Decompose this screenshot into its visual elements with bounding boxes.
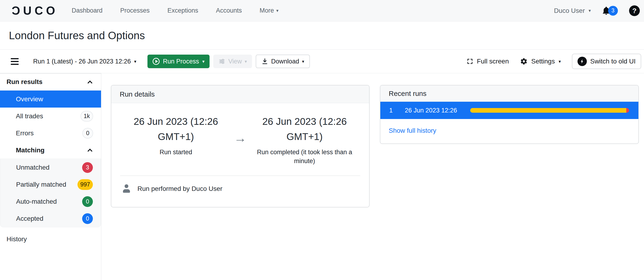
user-name: Duco User bbox=[554, 7, 585, 14]
full-screen-button[interactable]: Full screen bbox=[467, 58, 509, 65]
sidebar: Run results Overview All trades 1k Error… bbox=[0, 73, 101, 280]
nav-processes[interactable]: Processes bbox=[120, 7, 150, 14]
sidebar-item-accepted[interactable]: Accepted 0 bbox=[0, 210, 101, 227]
sidebar-item-history[interactable]: History bbox=[0, 230, 101, 248]
play-icon bbox=[152, 58, 160, 65]
title-bar: London Futures and Options bbox=[0, 22, 644, 50]
sidebar-item-errors[interactable]: Errors 0 bbox=[0, 124, 101, 142]
caret-down-icon: ▾ bbox=[134, 59, 136, 64]
view-button[interactable]: View ▾ bbox=[213, 54, 252, 68]
run-details-header: Run details bbox=[111, 86, 369, 103]
user-menu[interactable]: Duco User ▾ bbox=[554, 7, 591, 14]
run-selector-dropdown[interactable]: Run 1 (Latest) - 26 Jun 2023 12:26 ▾ bbox=[33, 58, 136, 65]
download-icon bbox=[261, 58, 268, 65]
accepted-count-badge: 0 bbox=[82, 213, 93, 224]
auto-matched-label: Auto-matched bbox=[16, 198, 57, 205]
sidebar-item-overview[interactable]: Overview bbox=[0, 90, 101, 108]
all-trades-count-badge: 1k bbox=[80, 111, 93, 122]
menu-toggle-button[interactable] bbox=[11, 58, 19, 65]
sidebar-item-partially-matched[interactable]: Partially matched 997 bbox=[0, 176, 101, 193]
run-completed-caption: Run completed (it took less than a minut… bbox=[251, 148, 359, 166]
run-completed-datetime: 26 Jun 2023 (12:26 GMT+1) bbox=[251, 114, 359, 144]
run-performed-row: Run performed by Duco User bbox=[122, 184, 369, 193]
sidebar-item-unmatched[interactable]: Unmatched 3 bbox=[0, 159, 101, 176]
sidebar-section-matching[interactable]: Matching bbox=[0, 142, 101, 159]
settings-label: Settings bbox=[531, 58, 555, 65]
run-details-title: Run details bbox=[120, 90, 155, 98]
notification-count-badge: 3 bbox=[608, 6, 618, 16]
notifications-button[interactable]: 3 bbox=[601, 5, 619, 16]
run-details-body: 26 Jun 2023 (12:26 GMT+1) Run started → … bbox=[111, 103, 369, 166]
all-trades-label: All trades bbox=[16, 112, 43, 120]
chevron-up-icon bbox=[88, 149, 92, 154]
toolbar-right: Full screen Settings ▾ Switch to old UI bbox=[467, 54, 641, 69]
run-process-label: Run Process bbox=[163, 58, 199, 65]
run-selector-label: Run 1 (Latest) - 26 Jun 2023 12:26 bbox=[33, 58, 131, 65]
matching-panel: Unmatched 3 Partially matched 997 Auto-m… bbox=[0, 159, 101, 227]
unmatched-count-badge: 3 bbox=[82, 162, 93, 173]
caret-down-icon: ▾ bbox=[302, 59, 304, 64]
download-button[interactable]: Download ▾ bbox=[256, 54, 310, 68]
caret-down-icon: ▾ bbox=[558, 59, 561, 64]
page-title: London Futures and Options bbox=[9, 29, 145, 42]
settings-dropdown[interactable]: Settings ▾ bbox=[520, 58, 561, 65]
full-screen-label: Full screen bbox=[477, 58, 509, 65]
lightning-icon bbox=[578, 57, 587, 66]
caret-down-icon: ▾ bbox=[245, 59, 247, 64]
help-button[interactable]: ? bbox=[629, 5, 640, 16]
recent-runs-card: Recent runs 1 26 Jun 2023 12:26 Show ful… bbox=[380, 85, 639, 144]
toolbar: Run 1 (Latest) - 26 Jun 2023 12:26 ▾ Run… bbox=[0, 50, 644, 73]
overview-label: Overview bbox=[16, 96, 43, 103]
caret-down-icon: ▾ bbox=[276, 8, 278, 13]
nav-dashboard[interactable]: Dashboard bbox=[72, 7, 102, 14]
recent-runs-title: Recent runs bbox=[389, 90, 426, 98]
download-label: Download bbox=[271, 58, 299, 65]
nav-more[interactable]: More ▾ bbox=[260, 7, 278, 14]
run-started-datetime: 26 Jun 2023 (12:26 GMT+1) bbox=[122, 114, 230, 144]
fullscreen-icon bbox=[467, 58, 473, 65]
nav-exceptions[interactable]: Exceptions bbox=[167, 7, 198, 14]
top-nav: ƆUCO Dashboard Processes Exceptions Acco… bbox=[0, 0, 644, 22]
run-details-divider bbox=[120, 176, 360, 176]
caret-down-icon: ▾ bbox=[202, 59, 205, 64]
run-progress-bar bbox=[470, 108, 629, 113]
sidebar-item-auto-matched[interactable]: Auto-matched 0 bbox=[0, 193, 101, 210]
sliders-icon bbox=[218, 58, 226, 65]
partially-matched-count-badge: 997 bbox=[78, 179, 93, 190]
unmatched-label: Unmatched bbox=[16, 164, 50, 171]
switch-to-old-ui-label: Switch to old UI bbox=[590, 58, 636, 65]
switch-to-old-ui-button[interactable]: Switch to old UI bbox=[572, 54, 641, 69]
run-process-button[interactable]: Run Process ▾ bbox=[148, 54, 210, 68]
recent-runs-header: Recent runs bbox=[380, 86, 638, 102]
run-progress-segment-0 bbox=[470, 108, 626, 113]
run-progress-segment-1 bbox=[626, 108, 629, 113]
question-mark-icon: ? bbox=[632, 7, 636, 15]
view-label: View bbox=[228, 58, 242, 65]
gear-icon bbox=[520, 58, 528, 65]
matching-title: Matching bbox=[16, 146, 44, 154]
partially-matched-label: Partially matched bbox=[16, 181, 66, 188]
run-performed-by-text: Run performed by Duco User bbox=[138, 185, 222, 192]
chevron-up-icon bbox=[88, 80, 92, 85]
history-label: History bbox=[6, 236, 27, 243]
arrow-right-icon: → bbox=[230, 114, 251, 166]
caret-down-icon: ▾ bbox=[588, 8, 591, 13]
sidebar-item-all-trades[interactable]: All trades 1k bbox=[0, 108, 101, 124]
run-completed-column: 26 Jun 2023 (12:26 GMT+1) Run completed … bbox=[251, 114, 359, 166]
run-details-card: Run details 26 Jun 2023 (12:26 GMT+1) Ru… bbox=[111, 85, 370, 208]
run-datetime: 26 Jun 2023 12:26 bbox=[405, 107, 457, 114]
duco-logo[interactable]: ƆUCO bbox=[12, 4, 58, 18]
topnav-right: Duco User ▾ 3 ? bbox=[554, 5, 640, 16]
sidebar-section-run-results[interactable]: Run results bbox=[0, 74, 101, 90]
run-results-title: Run results bbox=[6, 78, 42, 86]
recent-run-row[interactable]: 1 26 Jun 2023 12:26 bbox=[380, 102, 638, 119]
errors-label: Errors bbox=[16, 130, 34, 137]
nav-accounts[interactable]: Accounts bbox=[216, 7, 242, 14]
person-icon bbox=[122, 184, 131, 193]
nav-more-label: More bbox=[260, 7, 274, 14]
auto-matched-count-badge: 0 bbox=[82, 196, 93, 207]
run-number: 1 bbox=[389, 107, 393, 114]
show-full-history-link[interactable]: Show full history bbox=[389, 127, 436, 134]
accepted-label: Accepted bbox=[16, 215, 44, 222]
errors-count-badge: 0 bbox=[82, 128, 93, 138]
